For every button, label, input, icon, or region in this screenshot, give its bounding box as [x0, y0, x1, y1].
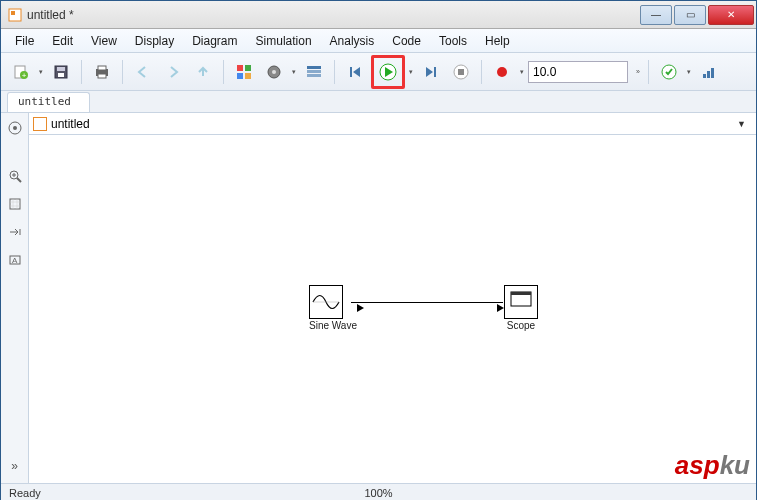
breadcrumb: untitled ▼	[29, 113, 756, 135]
titlebar: untitled * — ▭ ✕	[1, 1, 756, 29]
svg-rect-18	[307, 70, 321, 73]
block-sine-label: Sine Wave	[309, 320, 357, 331]
svg-point-28	[497, 67, 507, 77]
breadcrumb-expand[interactable]: ▼	[731, 119, 752, 129]
svg-rect-10	[98, 74, 106, 78]
mode-dropdown[interactable]: »	[634, 68, 642, 75]
run-dropdown[interactable]: ▾	[407, 68, 415, 76]
annotation-button[interactable]: A	[4, 249, 26, 271]
menu-help[interactable]: Help	[477, 32, 518, 50]
config-dropdown[interactable]: ▾	[290, 68, 298, 76]
work-area: A » untitled ▼ Sine Wave	[1, 113, 756, 483]
svg-line-36	[17, 178, 21, 182]
forward-button[interactable]	[159, 58, 187, 86]
svg-text:+: +	[22, 71, 27, 80]
signal-line[interactable]	[351, 302, 503, 303]
expand-button[interactable]: »	[4, 455, 26, 477]
menu-code[interactable]: Code	[384, 32, 429, 50]
window-controls: — ▭ ✕	[638, 5, 754, 25]
app-icon	[7, 7, 23, 23]
svg-marker-21	[353, 67, 360, 77]
svg-rect-12	[245, 65, 251, 71]
svg-rect-17	[307, 66, 321, 69]
svg-rect-14	[245, 73, 251, 79]
fit-view-button[interactable]	[4, 193, 26, 215]
toggle-perspectives-button[interactable]	[4, 221, 26, 243]
block-sine-wave[interactable]: Sine Wave	[309, 285, 357, 331]
simulation-time-input[interactable]	[528, 61, 628, 83]
record-dropdown[interactable]: ▾	[518, 68, 526, 76]
svg-rect-44	[511, 292, 531, 295]
app-window: untitled * — ▭ ✕ File Edit View Display …	[0, 0, 757, 500]
menu-analysis[interactable]: Analysis	[322, 32, 383, 50]
svg-rect-7	[58, 73, 64, 77]
model-config-button[interactable]	[260, 58, 288, 86]
menu-diagram[interactable]: Diagram	[184, 32, 245, 50]
sine-outport[interactable]	[357, 304, 364, 312]
svg-text:A: A	[12, 256, 18, 265]
back-button[interactable]	[129, 58, 157, 86]
step-forward-button[interactable]	[417, 58, 445, 86]
svg-point-16	[272, 70, 276, 74]
up-button[interactable]	[189, 58, 217, 86]
stop-button[interactable]	[447, 58, 475, 86]
svg-rect-27	[458, 69, 464, 75]
svg-point-34	[13, 126, 17, 130]
svg-rect-25	[434, 67, 436, 77]
tab-label: untitled	[18, 95, 71, 108]
zoom-in-button[interactable]	[4, 165, 26, 187]
svg-rect-31	[707, 71, 710, 78]
scope-inport[interactable]	[497, 304, 504, 312]
menu-tools[interactable]: Tools	[431, 32, 475, 50]
library-browser-button[interactable]	[230, 58, 258, 86]
menu-view[interactable]: View	[83, 32, 125, 50]
update-dropdown[interactable]: ▾	[685, 68, 693, 76]
update-diagram-button[interactable]	[655, 58, 683, 86]
svg-rect-30	[703, 74, 706, 78]
model-explorer-button[interactable]	[300, 58, 328, 86]
breadcrumb-model[interactable]: untitled	[51, 117, 90, 131]
svg-rect-39	[10, 199, 20, 209]
toolbar: + ▾ ▾ ▾ ▾ » ▾	[1, 53, 756, 91]
svg-rect-11	[237, 65, 243, 71]
menu-simulation[interactable]: Simulation	[248, 32, 320, 50]
svg-rect-1	[11, 11, 15, 15]
menu-display[interactable]: Display	[127, 32, 182, 50]
svg-rect-9	[98, 66, 106, 70]
main-panel: untitled ▼ Sine Wave Sco	[29, 113, 756, 483]
menubar: File Edit View Display Diagram Simulatio…	[1, 29, 756, 53]
canvas[interactable]: Sine Wave Scope	[29, 135, 756, 483]
print-button[interactable]	[88, 58, 116, 86]
svg-rect-19	[307, 74, 321, 77]
svg-rect-32	[711, 68, 714, 78]
statusbar: Ready 100%	[1, 483, 756, 500]
svg-marker-24	[426, 67, 433, 77]
scope-icon	[506, 287, 536, 317]
maximize-button[interactable]: ▭	[674, 5, 706, 25]
new-dropdown[interactable]: ▾	[37, 68, 45, 76]
sine-wave-icon	[311, 287, 341, 317]
menu-edit[interactable]: Edit	[44, 32, 81, 50]
hide-browser-button[interactable]	[4, 117, 26, 139]
menu-file[interactable]: File	[7, 32, 42, 50]
record-button[interactable]	[488, 58, 516, 86]
model-icon	[33, 117, 47, 131]
block-scope-label: Scope	[504, 320, 538, 331]
status-zoom: 100%	[364, 487, 392, 499]
tab-untitled[interactable]: untitled	[7, 92, 90, 112]
tabbar: untitled	[1, 91, 756, 113]
run-button[interactable]	[371, 55, 405, 89]
window-title: untitled *	[27, 8, 74, 22]
close-button[interactable]: ✕	[708, 5, 754, 25]
svg-rect-13	[237, 73, 243, 79]
step-back-button[interactable]	[341, 58, 369, 86]
block-scope[interactable]: Scope	[504, 285, 538, 331]
status-left: Ready	[9, 487, 41, 499]
svg-rect-6	[57, 67, 65, 71]
svg-rect-20	[350, 67, 352, 77]
new-model-button[interactable]: +	[7, 58, 35, 86]
palette: A »	[1, 113, 29, 483]
build-button[interactable]	[695, 58, 723, 86]
minimize-button[interactable]: —	[640, 5, 672, 25]
save-button[interactable]	[47, 58, 75, 86]
